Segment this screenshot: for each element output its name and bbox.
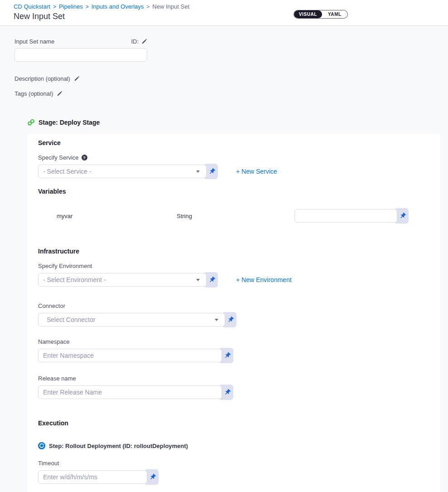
new-environment-link[interactable]: + New Environment [236,276,292,283]
pin-icon [399,212,406,219]
pin-icon [224,389,231,396]
caret-down-icon [196,279,200,281]
tab-yaml[interactable]: YAML [322,10,347,18]
edit-description-pencil-icon[interactable] [74,76,80,82]
breadcrumb-inputs-and-overlays[interactable]: Inputs and Overlays [92,3,144,10]
timeout-field[interactable] [38,470,147,484]
visual-yaml-toggle: VISUAL YAML [294,10,348,19]
caret-down-icon [215,319,218,321]
tags-label: Tags (optional) [14,90,53,97]
page-header: CD Quickstart > Pipelines > Inputs and O… [0,0,448,26]
rollout-deployment-icon [38,442,45,449]
namespace-field[interactable] [38,349,222,362]
variable-name: myvar [57,213,177,219]
input-set-name-field[interactable] [14,48,147,62]
breadcrumb-separator: > [146,4,149,10]
service-select-placeholder: - Select Service - [43,168,92,175]
service-section-title: Service [38,139,429,146]
stage-title: Stage: Deploy Stage [39,119,100,126]
edit-tags-pencil-icon[interactable] [57,91,63,97]
id-label: ID: [131,38,139,45]
connector-label: Connector [38,302,429,309]
breadcrumb-cd-quickstart[interactable]: CD Quickstart [14,3,50,10]
environment-select-placeholder: - Select Environment - [43,276,106,283]
release-name-label: Release name [38,375,429,382]
specify-environment-label: Specify Environment [38,263,92,269]
tab-visual[interactable]: VISUAL [294,10,322,18]
timeout-label: Timeout [38,460,429,467]
step-title: Step: Rollout Deployment (ID: rolloutDep… [49,443,188,449]
namespace-label: Namespace [38,338,429,345]
breadcrumb-current: New Input Set [152,3,189,10]
connector-select[interactable]: Select Connector [38,313,225,326]
breadcrumb-separator: > [53,4,56,10]
variable-row: myvar String [38,208,429,224]
variables-section-title: Variables [38,188,429,195]
input-set-meta-form: Input Set name ID: Description (optional… [0,26,448,97]
page-title: New Input Set [14,12,448,21]
variable-type: String [177,213,294,219]
stage-inputs-card: Service Specify Service ? - Select Servi… [27,134,440,492]
service-select[interactable]: - Select Service - [38,165,207,178]
variable-value-field[interactable] [294,209,397,223]
specify-service-label: Specify Service [38,154,79,161]
stage-header: Stage: Deploy Stage [27,119,448,126]
pin-icon [224,352,231,359]
breadcrumb-pipelines[interactable]: Pipelines [59,3,83,10]
caret-down-icon [196,170,200,173]
help-icon[interactable]: ? [82,155,87,161]
stage-link-icon [27,119,35,126]
step-header: Step: Rollout Deployment (ID: rolloutDep… [38,442,429,449]
connector-select-placeholder: Select Connector [47,316,95,323]
infrastructure-section-title: Infrastructure [38,248,429,255]
environment-select[interactable]: - Select Environment - [38,273,207,287]
pin-icon [208,168,216,175]
description-label: Description (optional) [14,75,70,82]
pin-icon [208,276,216,283]
pin-icon [227,316,234,323]
new-service-link[interactable]: + New Service [236,168,277,175]
edit-id-pencil-icon[interactable] [141,39,147,44]
release-name-field[interactable] [38,385,222,399]
pin-icon [149,473,156,481]
execution-section-title: Execution [38,419,429,427]
input-set-name-label: Input Set name [14,38,54,45]
breadcrumb-separator: > [86,4,89,10]
breadcrumb: CD Quickstart > Pipelines > Inputs and O… [14,3,448,10]
